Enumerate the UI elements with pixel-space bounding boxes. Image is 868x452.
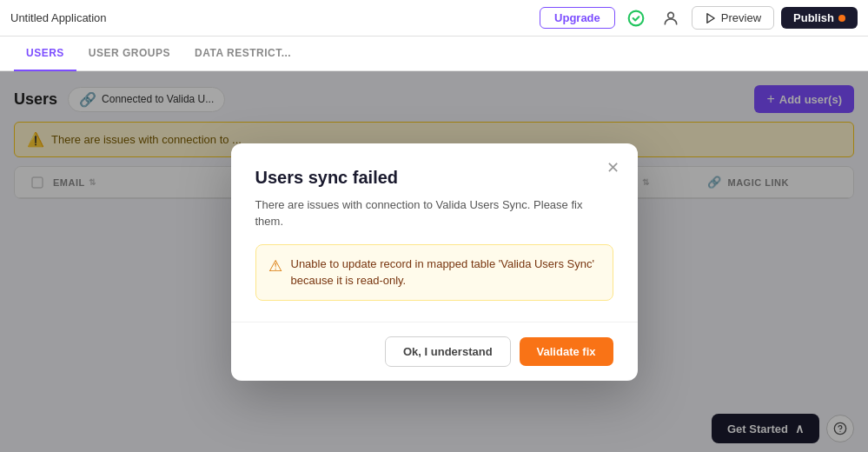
tab-users[interactable]: USERS (14, 37, 76, 71)
ok-understand-button[interactable]: Ok, I understand (385, 336, 511, 367)
tab-bar: USERS USER GROUPS DATA RESTRICT... (0, 37, 868, 71)
top-right-actions: Preview Publish (622, 4, 858, 32)
check-icon-button[interactable] (622, 4, 650, 32)
user-icon-button[interactable] (657, 4, 685, 32)
preview-button[interactable]: Preview (692, 6, 774, 30)
tab-user-groups[interactable]: USER GROUPS (76, 37, 182, 71)
modal-warning-box: ⚠ Unable to update record in mapped tabl… (255, 244, 613, 301)
svg-marker-2 (707, 13, 714, 23)
modal-overlay: ✕ Users sync failed There are issues wit… (0, 71, 868, 452)
modal-description: There are issues with connection to Vali… (255, 196, 613, 230)
warning-triangle-icon: ⚠ (268, 256, 282, 276)
modal-footer: Ok, I understand Validate fix (231, 322, 638, 381)
modal-warning-text: Unable to update record in mapped table … (291, 256, 600, 289)
modal-close-button[interactable]: ✕ (601, 156, 626, 180)
tab-data-restrict[interactable]: DATA RESTRICT... (182, 37, 303, 71)
modal-title: Users sync failed (255, 168, 613, 188)
svg-point-1 (667, 12, 673, 18)
upgrade-button[interactable]: Upgrade (540, 7, 615, 29)
sync-failed-modal: ✕ Users sync failed There are issues wit… (231, 143, 638, 381)
validate-fix-button[interactable]: Validate fix (520, 337, 613, 366)
top-bar: Untitled Application Upgrade Preview Pub… (0, 0, 868, 37)
svg-point-0 (628, 10, 643, 25)
app-title: Untitled Application (10, 11, 533, 24)
modal-body: Users sync failed There are issues with … (231, 143, 638, 301)
main-content: Users 🔗 Connected to Valida U... + Add u… (0, 71, 868, 452)
publish-button[interactable]: Publish (781, 7, 858, 29)
publish-status-dot (838, 15, 845, 22)
